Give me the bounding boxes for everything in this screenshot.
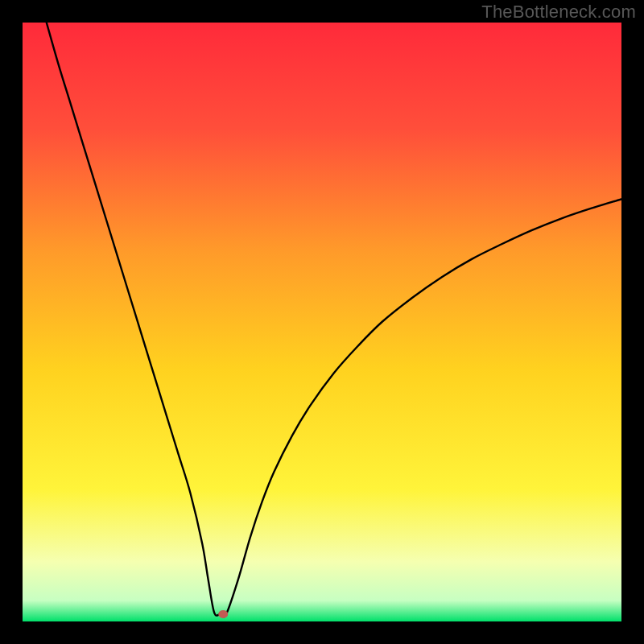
bottleneck-chart bbox=[23, 23, 621, 621]
plot-background bbox=[23, 23, 621, 621]
chart-frame: TheBottleneck.com bbox=[0, 0, 644, 644]
watermark-text: TheBottleneck.com bbox=[481, 2, 636, 23]
marker-dot bbox=[218, 610, 228, 618]
